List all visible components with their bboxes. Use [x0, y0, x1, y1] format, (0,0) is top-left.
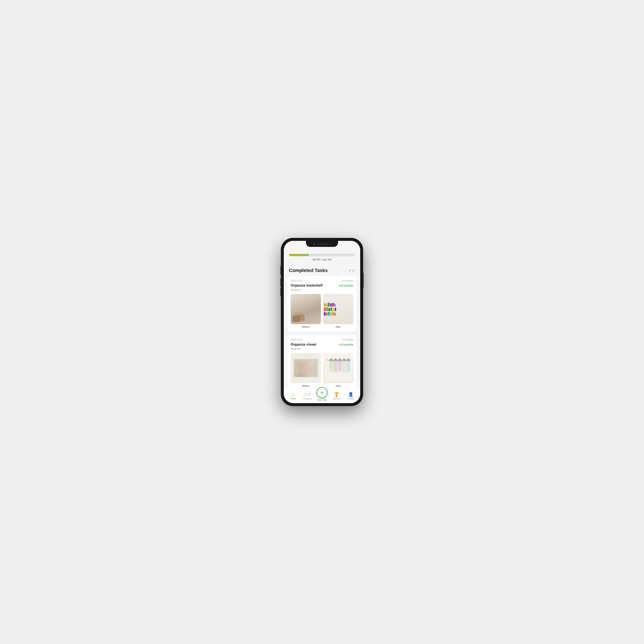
before-image-wrapper-2: Before	[291, 353, 321, 387]
book	[331, 307, 332, 311]
svg-rect-5	[307, 365, 316, 375]
book	[324, 312, 326, 316]
book	[330, 312, 332, 316]
nav-reward[interactable]: 🏆 Reward	[329, 392, 344, 400]
task-name-2: Organize closet	[291, 343, 316, 346]
book	[332, 308, 334, 311]
before-image-1	[291, 294, 321, 324]
book	[334, 313, 336, 316]
shelf-row-2	[324, 307, 352, 311]
task-card[interactable]: 2022-12-22 15 minutes Organize bookshelf…	[287, 276, 357, 332]
before-label-2: Before	[302, 384, 310, 387]
task-meta-2: 2022-12-20 10 minutes	[291, 338, 353, 341]
svg-rect-4	[303, 360, 309, 377]
screen-content[interactable]: 30 XP / 100 XP Completed Tasks ✓✓ 2022-1…	[284, 241, 360, 403]
sensor	[329, 243, 331, 245]
task-date-2: 2022-12-20	[291, 338, 303, 341]
svg-rect-0	[291, 353, 321, 383]
book	[327, 307, 328, 311]
book	[324, 308, 326, 311]
svg-rect-3	[298, 363, 307, 377]
task-images-2: Before	[291, 353, 353, 387]
xp-text: 30 XP / 100 XP	[313, 258, 332, 261]
task-duration-1: 15 minutes	[342, 279, 353, 282]
before-image-wrapper-1: Before	[291, 294, 321, 328]
xp-bar-container	[289, 254, 355, 256]
nav-reward-label: Reward	[333, 398, 340, 400]
task-date-1: 2022-12-22	[291, 279, 303, 282]
phone-device: 30 XP / 100 XP Completed Tasks ✓✓ 2022-1…	[281, 238, 363, 406]
plus-icon: +	[320, 390, 324, 396]
notch	[306, 241, 338, 247]
nav-new-task[interactable]: + New Task	[315, 387, 329, 401]
book	[328, 303, 330, 307]
after-image-2	[323, 353, 353, 383]
nav-profile[interactable]: 👤 Profile	[344, 392, 358, 400]
after-bookshelf-visual	[323, 294, 353, 324]
book	[335, 308, 336, 311]
after-image-1	[323, 294, 353, 324]
svg-rect-9	[329, 361, 333, 372]
person-icon: 👤	[348, 392, 354, 397]
task-duration-2: 10 minutes	[342, 338, 353, 341]
after-closet-visual	[323, 353, 353, 383]
book	[332, 312, 334, 316]
new-task-circle[interactable]: +	[316, 387, 328, 398]
after-image-wrapper-2: After	[323, 353, 353, 387]
speaker	[317, 243, 328, 245]
section-header: Completed Tasks ✓✓	[284, 263, 360, 276]
before-bookshelf-visual	[291, 294, 321, 324]
nav-new-task-label: New Task	[317, 399, 327, 401]
xp-bar-fill	[289, 254, 309, 256]
xp-section: 30 XP / 100 XP	[284, 249, 360, 263]
task-info-1: Organize bookshelf +10 points	[291, 284, 353, 287]
before-closet-svg	[291, 353, 321, 383]
after-label-2: After	[336, 384, 341, 387]
task-images-1: Before	[291, 294, 353, 328]
task-name-1: Organize bookshelf	[291, 284, 322, 287]
task-meta-1: 2022-12-22 15 minutes	[291, 279, 353, 282]
phone-screen: 30 XP / 100 XP Completed Tasks ✓✓ 2022-1…	[284, 241, 360, 403]
book	[326, 304, 327, 307]
shelf-row-3	[324, 312, 352, 316]
book	[324, 303, 326, 307]
before-image-2	[291, 353, 321, 383]
before-label-1: Before	[302, 325, 310, 328]
book	[332, 303, 334, 307]
bottom-nav: ⌂ Tasks ✓✓ Progress + New Task 🏆 Reward …	[284, 388, 360, 403]
book	[330, 303, 332, 307]
svg-rect-12	[342, 361, 346, 373]
svg-rect-11	[338, 361, 342, 371]
before-closet-visual	[291, 353, 321, 383]
after-image-wrapper-1: After	[323, 294, 353, 328]
book	[326, 313, 327, 316]
nav-tasks-label: Tasks	[290, 397, 296, 400]
nav-profile-label: Profile	[348, 398, 354, 400]
after-label-1: After	[336, 325, 341, 328]
home-icon: ⌂	[292, 392, 295, 397]
svg-rect-10	[334, 361, 337, 372]
svg-rect-2	[295, 359, 303, 371]
task-card-2[interactable]: 2022-12-20 10 minutes Organize closet +1…	[287, 335, 357, 391]
svg-rect-1	[294, 362, 304, 377]
shelf-row-1	[324, 303, 352, 307]
book	[328, 308, 330, 311]
task-points-1: +10 points	[338, 284, 353, 287]
nav-progress-label: Progress	[303, 398, 312, 400]
task-location-1: Bedroom	[291, 288, 353, 291]
after-closet-svg	[324, 355, 352, 381]
svg-rect-13	[346, 361, 350, 372]
task-location-2: Bedroom	[291, 347, 353, 350]
camera	[313, 243, 315, 245]
task-info-2: Organize closet +10 points	[291, 343, 353, 346]
book	[328, 312, 330, 316]
section-title: Completed Tasks	[289, 268, 328, 273]
completed-check-icon: ✓✓	[349, 268, 355, 273]
progress-icon: ✓✓	[304, 392, 311, 397]
nav-progress[interactable]: ✓✓ Progress	[300, 392, 315, 400]
trophy-icon: 🏆	[334, 392, 339, 397]
tasks-list: 2022-12-22 15 minutes Organize bookshelf…	[284, 276, 360, 391]
nav-tasks[interactable]: ⌂ Tasks	[286, 392, 300, 400]
svg-point-6	[294, 372, 306, 377]
task-points-2: +10 points	[338, 343, 353, 346]
